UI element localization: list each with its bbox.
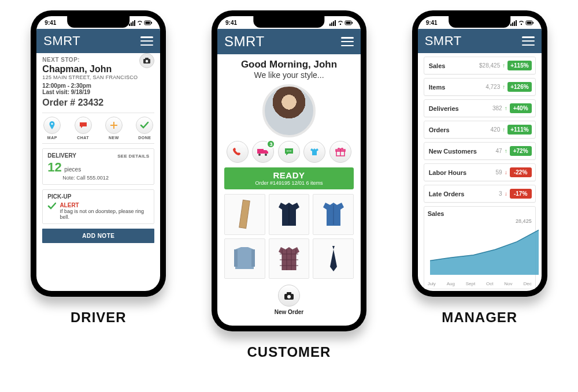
svg-point-27 bbox=[290, 151, 291, 152]
ready-title: READY bbox=[224, 170, 354, 180]
kpi-row-deliveries[interactable]: Deliveries382↑+40% bbox=[424, 99, 536, 117]
manager-phone-frame: 9:41 SMRT Sales$28,425↑+115%Items4,723↑+… bbox=[412, 10, 547, 297]
greeting-line2: We like your style... bbox=[224, 70, 354, 80]
svg-rect-13 bbox=[110, 125, 117, 126]
delivery-card: DELIVERY SEE DETAILS 12 pieces Note: Cal… bbox=[42, 148, 154, 185]
kpi-delta: +40% bbox=[510, 103, 532, 113]
brand-logo: SMRT bbox=[224, 33, 265, 50]
app-bar: SMRT bbox=[217, 29, 361, 54]
kpi-row-labor-hours[interactable]: Labor Hours59↓-22% bbox=[424, 163, 536, 181]
new-button[interactable]: NEW bbox=[105, 117, 123, 140]
time-window: 12:00pm - 2:30pm bbox=[42, 83, 154, 89]
sales-area-chart bbox=[428, 225, 541, 277]
axis-tick: Sept bbox=[466, 281, 475, 286]
svg-rect-22 bbox=[257, 149, 264, 154]
call-button[interactable] bbox=[227, 141, 249, 163]
item-shirt-plaid[interactable] bbox=[269, 238, 310, 279]
svg-rect-43 bbox=[287, 292, 291, 294]
done-button[interactable]: DONE bbox=[136, 117, 153, 140]
plus-icon bbox=[109, 121, 118, 130]
axis-tick: Nov bbox=[504, 281, 512, 286]
kpi-delta: -22% bbox=[510, 167, 532, 177]
svg-rect-7 bbox=[151, 22, 153, 24]
new-order-button[interactable] bbox=[278, 285, 300, 307]
camera-icon bbox=[143, 57, 151, 64]
check-icon bbox=[140, 121, 149, 129]
menu-icon[interactable] bbox=[522, 36, 535, 46]
kpi-value: 420 bbox=[491, 126, 501, 133]
sales-chart-card: Sales28,425JulyAugSeptOctNovDec bbox=[424, 206, 536, 289]
see-details-link[interactable]: SEE DETAILS bbox=[117, 154, 149, 159]
quick-action-row: 3 bbox=[227, 141, 351, 163]
garments-button[interactable] bbox=[303, 141, 325, 163]
axis-tick: July bbox=[428, 281, 436, 286]
item-scarf[interactable] bbox=[224, 194, 265, 235]
customer-name: Chapman, John bbox=[42, 64, 154, 74]
order-number: Order # 23432 bbox=[42, 98, 154, 108]
last-visit: Last visit: 9/18/19 bbox=[42, 89, 154, 95]
delivery-button[interactable]: 3 bbox=[252, 141, 274, 163]
avatar bbox=[262, 84, 316, 137]
kpi-delta: +126% bbox=[507, 82, 531, 92]
svg-point-24 bbox=[265, 154, 267, 156]
chat-icon bbox=[79, 121, 88, 129]
kpi-row-sales[interactable]: Sales$28,425↑+115% bbox=[424, 57, 536, 74]
kpi-value: $28,425 bbox=[479, 62, 500, 69]
arrow-down-icon: ↓ bbox=[505, 169, 507, 176]
pieces-label: pieces bbox=[64, 166, 81, 173]
svg-rect-47 bbox=[514, 21, 515, 26]
menu-icon[interactable] bbox=[341, 37, 354, 46]
arrow-down-icon: ↓ bbox=[505, 191, 507, 197]
svg-rect-52 bbox=[532, 22, 533, 24]
new-order-label: New Order bbox=[224, 309, 354, 315]
map-button[interactable]: MAP bbox=[43, 117, 61, 140]
svg-rect-21 bbox=[351, 22, 353, 24]
driver-phone-frame: 9:41 SMRT NEXT STOP: Chapman, John bbox=[31, 10, 166, 297]
kpi-value: 382 bbox=[492, 105, 502, 111]
svg-rect-6 bbox=[146, 21, 150, 24]
svg-rect-0 bbox=[129, 24, 130, 26]
kpi-label: Late Orders bbox=[429, 191, 499, 197]
axis-tick: Dec bbox=[523, 281, 531, 286]
svg-point-26 bbox=[288, 151, 290, 152]
chart-title: Sales bbox=[428, 210, 532, 217]
svg-rect-34 bbox=[251, 249, 255, 267]
rewards-button[interactable] bbox=[329, 141, 351, 163]
kpi-row-orders[interactable]: Orders420↑+111% bbox=[424, 121, 536, 139]
map-label: MAP bbox=[47, 136, 57, 140]
message-icon bbox=[284, 147, 294, 156]
svg-rect-1 bbox=[131, 23, 132, 26]
svg-rect-9 bbox=[145, 58, 149, 59]
pin-icon bbox=[47, 121, 57, 130]
item-sweater[interactable] bbox=[224, 238, 265, 279]
app-bar: SMRT bbox=[418, 29, 542, 53]
kpi-row-new-customers[interactable]: New Customers47↑+72% bbox=[424, 142, 536, 160]
kpi-label: Deliveries bbox=[429, 105, 492, 112]
status-icons bbox=[510, 19, 533, 25]
arrow-up-icon: ↑ bbox=[502, 62, 505, 69]
alert-label: ALERT bbox=[60, 202, 149, 208]
kpi-value: 3 bbox=[499, 191, 502, 197]
message-button[interactable] bbox=[278, 141, 300, 163]
menu-icon[interactable] bbox=[140, 36, 153, 46]
arrow-up-icon: ↑ bbox=[502, 126, 505, 133]
pickup-card: PICK-UP ALERT If bag is not on doorstep,… bbox=[42, 189, 154, 224]
status-icons bbox=[329, 19, 353, 25]
svg-point-23 bbox=[258, 154, 261, 156]
ready-banner[interactable]: READY Order #149195 12/01 6 items bbox=[224, 167, 354, 189]
customer-caption: CUSTOMER bbox=[247, 344, 331, 360]
axis-tick: Oct bbox=[486, 281, 493, 286]
kpi-row-items[interactable]: Items4,723↑+126% bbox=[424, 78, 536, 96]
driver-caption: DRIVER bbox=[71, 309, 127, 326]
arrow-up-icon: ↑ bbox=[505, 105, 507, 111]
kpi-label: Orders bbox=[429, 126, 491, 133]
kpi-row-late-orders[interactable]: Late Orders3↓-17% bbox=[424, 185, 536, 203]
item-tie[interactable] bbox=[313, 238, 354, 279]
notification-badge: 3 bbox=[266, 140, 275, 148]
greeting-line1: Good Morning, John bbox=[224, 59, 354, 70]
item-blazer[interactable] bbox=[269, 194, 310, 235]
chat-button[interactable]: CHAT bbox=[75, 117, 92, 140]
arrow-up-icon: ↑ bbox=[502, 84, 505, 90]
add-note-button[interactable]: ADD NOTE bbox=[42, 229, 154, 243]
item-shirt-blue[interactable] bbox=[313, 194, 354, 235]
